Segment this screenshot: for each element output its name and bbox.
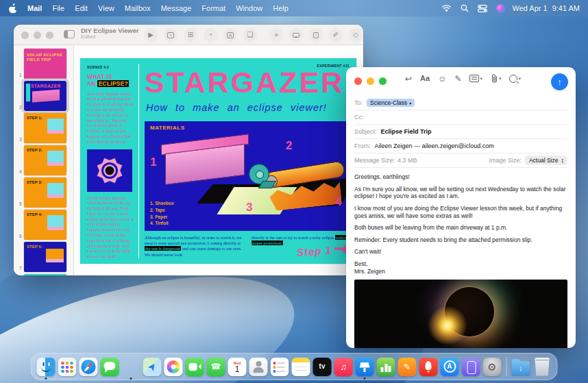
dock-notes[interactable] bbox=[292, 358, 310, 376]
dock-music[interactable]: ♫ bbox=[334, 358, 353, 376]
dock-system-settings[interactable]: ⚙ bbox=[483, 358, 502, 376]
menu-item-file[interactable]: File bbox=[52, 4, 64, 12]
slide-6-thumbnail[interactable]: STEP 4: bbox=[24, 210, 66, 240]
insert-photo-menu-button[interactable]: ▾ bbox=[509, 75, 521, 83]
menu-item-mailbox[interactable]: Mailbox bbox=[125, 4, 151, 12]
to-field[interactable]: To: Science-Class ▾ bbox=[354, 96, 567, 110]
comment-button[interactable] bbox=[289, 28, 303, 42]
dock-reminders[interactable] bbox=[271, 358, 289, 376]
keynote-title-bar[interactable]: DIY Eclipse Viewer Edited ▶ + ⊞ ◔ A ❏ » … bbox=[14, 25, 363, 45]
text-button[interactable]: A bbox=[223, 28, 237, 42]
share-button[interactable]: ↑ bbox=[309, 28, 323, 42]
dock-iphone-mirroring[interactable] bbox=[462, 358, 480, 376]
siri-icon[interactable] bbox=[496, 4, 505, 13]
slide-7-thumbnail[interactable]: STEP 5: bbox=[24, 242, 66, 272]
dock-apple-tv[interactable]: tv bbox=[313, 358, 332, 376]
slide-5-thumbnail[interactable]: STEP 3: bbox=[24, 177, 66, 208]
dock-safari[interactable] bbox=[79, 358, 98, 376]
size-row: Message Size: 4.3 MB Image Size: Actual … bbox=[354, 153, 567, 168]
dock-finder[interactable] bbox=[37, 358, 56, 376]
play-button[interactable]: ▶ bbox=[144, 28, 158, 42]
dock-downloads[interactable]: ↓ bbox=[512, 358, 530, 375]
mail-toolbar[interactable]: ↩ Aa ☺ ✎ ▾ ▾ ▾ ↑ bbox=[346, 67, 576, 96]
stationery-menu-button[interactable]: ▾ bbox=[469, 75, 482, 82]
attach-menu-button[interactable]: ▾ bbox=[491, 74, 502, 83]
slide-thumbnail-row[interactable]: 7 STEP 5: bbox=[15, 242, 71, 272]
slide-navigator[interactable]: 1 SOLAR ECLIPSE FIELD TRIP 2 STARGAZER 3… bbox=[14, 45, 74, 275]
slide-2-thumbnail[interactable]: STARGAZER bbox=[24, 81, 66, 111]
close-button[interactable] bbox=[354, 77, 362, 85]
undo-icon[interactable]: ↩ bbox=[405, 75, 412, 83]
slide-4-thumbnail[interactable]: STEP 2: bbox=[24, 145, 66, 175]
slide-thumbnail-row[interactable]: 4 STEP 2: bbox=[15, 145, 71, 175]
format-text-icon[interactable]: Aa bbox=[420, 75, 430, 82]
recipient-token[interactable]: Science-Class ▾ bbox=[367, 99, 415, 107]
menu-bar-clock[interactable]: Wed Apr 1 9:41 AM bbox=[512, 4, 580, 12]
menu-item-help[interactable]: Help bbox=[273, 4, 289, 12]
zoom-button[interactable] bbox=[46, 32, 53, 39]
stationery-icon bbox=[469, 75, 479, 82]
dock-rocket-app[interactable] bbox=[419, 358, 438, 376]
dock-mail[interactable]: ✉ bbox=[122, 358, 140, 376]
send-button[interactable]: ↑ bbox=[551, 73, 568, 90]
dock-app-store[interactable]: A bbox=[441, 358, 459, 376]
rocket-icon bbox=[419, 358, 438, 376]
animate-button[interactable]: ◇ bbox=[349, 28, 363, 42]
control-center-icon[interactable] bbox=[478, 5, 487, 12]
search-icon[interactable] bbox=[461, 4, 469, 12]
image-size-select[interactable]: Actual Size ▴ ▾ bbox=[525, 156, 567, 165]
slide-thumbnail-row[interactable]: 5 STEP 3: bbox=[15, 177, 71, 208]
dock-keynote[interactable] bbox=[356, 358, 374, 376]
table-button[interactable]: ⊞ bbox=[184, 28, 197, 42]
slide-thumbnail-row[interactable]: DID YOU KNOW bbox=[15, 274, 71, 275]
dock-launchpad[interactable] bbox=[58, 358, 77, 376]
message-body[interactable]: Greetings, earthlings! As I'm sure you a… bbox=[346, 168, 576, 275]
dock-contacts[interactable] bbox=[249, 358, 268, 376]
subject-field[interactable]: Subject: Eclipse Field Trip bbox=[354, 125, 567, 139]
apple-menu-icon[interactable] bbox=[8, 3, 18, 13]
chart-button[interactable]: ◔ bbox=[204, 28, 217, 42]
slide-thumbnail-row[interactable]: 3 STEP 1: bbox=[15, 113, 71, 143]
close-button[interactable] bbox=[21, 32, 29, 39]
cc-field[interactable]: Cc: bbox=[354, 110, 567, 125]
slide-1-thumbnail[interactable]: SOLAR ECLIPSE FIELD TRIP bbox=[24, 49, 66, 79]
slide-thumbnail-row[interactable]: 6 STEP 4: bbox=[15, 210, 71, 240]
slide-3-thumbnail[interactable]: STEP 1: bbox=[24, 113, 66, 143]
dock-facetime[interactable] bbox=[186, 358, 204, 376]
toggle-sidebar-icon[interactable] bbox=[64, 30, 75, 38]
dock-numbers[interactable] bbox=[377, 358, 395, 376]
add-slide-button[interactable]: + bbox=[164, 28, 177, 42]
slide-thumbnail-row[interactable]: 1 SOLAR ECLIPSE FIELD TRIP bbox=[15, 49, 71, 79]
dock-messages[interactable] bbox=[101, 358, 119, 376]
dock-photos[interactable] bbox=[164, 358, 183, 376]
shape-button[interactable]: ❏ bbox=[243, 28, 257, 42]
menu-item-view[interactable]: View bbox=[98, 4, 114, 12]
from-field[interactable]: From: Aileen Zeigen — aileen.zeigen@iclo… bbox=[354, 139, 567, 153]
zoom-button[interactable] bbox=[379, 77, 387, 85]
menu-item-edit[interactable]: Edit bbox=[75, 4, 88, 12]
eclipse-photo-attachment[interactable] bbox=[354, 280, 567, 348]
wifi-icon[interactable] bbox=[441, 5, 452, 12]
slide-thumbnail-row-selected[interactable]: 2 STARGAZER bbox=[15, 81, 71, 111]
dock-calendar[interactable]: Wed1 bbox=[228, 358, 247, 376]
menu-item-format[interactable]: Format bbox=[201, 4, 225, 12]
dock-phone[interactable]: ☎ bbox=[207, 358, 225, 376]
menu-item-message[interactable]: Message bbox=[161, 4, 192, 12]
body-paragraph: Both buses will be leaving from the main… bbox=[354, 224, 567, 232]
slide-canvas[interactable]: SCIENCE 4.3 WHAT IS AN ECLIPSE? An eclip… bbox=[74, 45, 363, 275]
dock-pages[interactable]: ✎ bbox=[398, 358, 417, 376]
emoji-icon[interactable]: ☺ bbox=[438, 75, 446, 83]
dock-maps[interactable] bbox=[143, 358, 162, 376]
slide-8-thumbnail[interactable]: DID YOU KNOW bbox=[24, 274, 66, 275]
format-button[interactable]: ✐ bbox=[329, 28, 343, 42]
dock-trash[interactable] bbox=[533, 358, 552, 376]
more-toolbar-items-button[interactable]: » bbox=[269, 28, 283, 42]
finder-icon bbox=[37, 358, 56, 376]
minimize-button[interactable] bbox=[34, 32, 41, 39]
menu-item-window[interactable]: Window bbox=[236, 4, 262, 12]
eclipse-paragraph-1: An eclipse happens when a moon or planet… bbox=[87, 92, 134, 145]
minimize-button[interactable] bbox=[367, 77, 374, 85]
menu-item-mail[interactable]: Mail bbox=[27, 4, 42, 12]
slide-stargazer[interactable]: SCIENCE 4.3 WHAT IS AN ECLIPSE? An eclip… bbox=[80, 58, 356, 264]
markup-icon[interactable]: ✎ bbox=[454, 75, 461, 83]
